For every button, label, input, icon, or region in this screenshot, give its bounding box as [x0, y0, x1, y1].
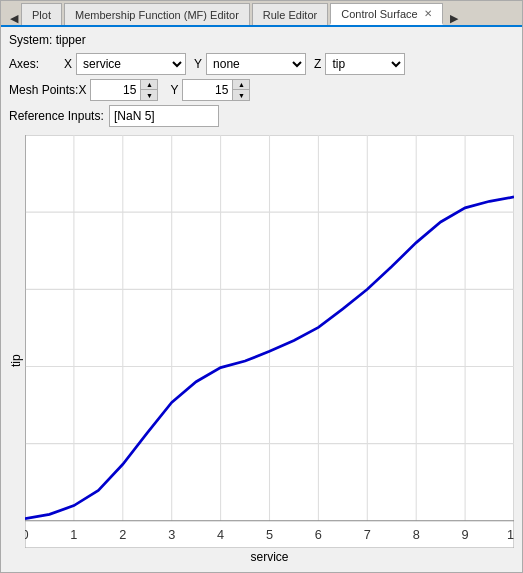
- x-axis-chart-label: service: [25, 548, 514, 566]
- mesh-y-spinbox-buttons: ▲ ▼: [232, 79, 250, 101]
- reference-inputs-row: Reference Inputs: [NaN 5]: [9, 105, 514, 127]
- svg-text:8: 8: [413, 527, 420, 542]
- chart-container: tip: [9, 135, 514, 566]
- z-axis-select[interactable]: tip: [325, 53, 405, 75]
- system-label: System:: [9, 33, 52, 47]
- tab-mf-editor[interactable]: Membership Function (MF) Editor: [64, 3, 250, 25]
- tab-control-label: Control Surface: [341, 8, 417, 20]
- mesh-x-spinbox: 15 ▲ ▼: [90, 79, 158, 101]
- ref-inputs-label: Reference Inputs:: [9, 109, 109, 123]
- tab-next-icon[interactable]: ▶: [447, 12, 461, 25]
- mesh-points-label: Mesh Points:: [9, 83, 78, 97]
- main-window: ◀ Plot Membership Function (MF) Editor R…: [0, 0, 523, 573]
- mesh-x-decrement[interactable]: ▼: [141, 90, 157, 100]
- svg-text:7: 7: [364, 527, 371, 542]
- mesh-x-increment[interactable]: ▲: [141, 80, 157, 90]
- svg-text:10: 10: [507, 527, 514, 542]
- svg-text:6: 6: [315, 527, 322, 542]
- svg-text:9: 9: [462, 527, 469, 542]
- tab-mf-label: Membership Function (MF) Editor: [75, 9, 239, 21]
- tab-close-icon[interactable]: ✕: [424, 8, 432, 19]
- svg-text:3: 3: [168, 527, 175, 542]
- y-axis-chart-label: tip: [9, 135, 25, 566]
- mesh-x-label: X: [78, 83, 86, 97]
- chart-svg-area: 5 10 15 20 25 0 1 2 3 4 5 6 7: [25, 135, 514, 548]
- svg-text:2: 2: [119, 527, 126, 542]
- axes-label: Axes:: [9, 57, 64, 71]
- svg-text:4: 4: [217, 527, 224, 542]
- tab-bar: ◀ Plot Membership Function (MF) Editor R…: [1, 1, 522, 27]
- mesh-y-spinbox: 15 ▲ ▼: [182, 79, 250, 101]
- tab-rule-editor[interactable]: Rule Editor: [252, 3, 328, 25]
- tab-control-surface[interactable]: Control Surface ✕: [330, 3, 442, 25]
- mesh-points-row: Mesh Points: X 15 ▲ ▼ Y 15 ▲ ▼: [9, 79, 514, 101]
- tab-nav-right[interactable]: ▶: [447, 12, 461, 25]
- tab-rule-label: Rule Editor: [263, 9, 317, 21]
- tab-plot-label: Plot: [32, 9, 51, 21]
- z-axis-label: Z: [314, 57, 321, 71]
- chart-svg: 5 10 15 20 25 0 1 2 3 4 5 6 7: [25, 135, 514, 548]
- svg-text:0: 0: [25, 527, 29, 542]
- mesh-y-input[interactable]: 15: [182, 79, 232, 101]
- svg-text:1: 1: [70, 527, 77, 542]
- tab-nav-left[interactable]: ◀: [7, 12, 21, 25]
- mesh-y-decrement[interactable]: ▼: [233, 90, 249, 100]
- svg-text:5: 5: [266, 527, 273, 542]
- ref-inputs-field[interactable]: [NaN 5]: [109, 105, 219, 127]
- mesh-x-spinbox-buttons: ▲ ▼: [140, 79, 158, 101]
- mesh-x-input[interactable]: 15: [90, 79, 140, 101]
- x-axis-select[interactable]: service food none: [76, 53, 186, 75]
- y-axis-label: Y: [194, 57, 202, 71]
- content-area: System: tipper Axes: X service food none…: [1, 27, 522, 572]
- mesh-y-label: Y: [170, 83, 178, 97]
- tab-plot[interactable]: Plot: [21, 3, 62, 25]
- mesh-y-increment[interactable]: ▲: [233, 80, 249, 90]
- chart-inner: 5 10 15 20 25 0 1 2 3 4 5 6 7: [25, 135, 514, 566]
- axes-row: Axes: X service food none Y none service…: [9, 53, 514, 75]
- tab-prev-icon[interactable]: ◀: [7, 12, 21, 25]
- system-name: tipper: [56, 33, 86, 47]
- x-axis-label: X: [64, 57, 72, 71]
- system-line: System: tipper: [9, 33, 514, 47]
- y-axis-select[interactable]: none service food: [206, 53, 306, 75]
